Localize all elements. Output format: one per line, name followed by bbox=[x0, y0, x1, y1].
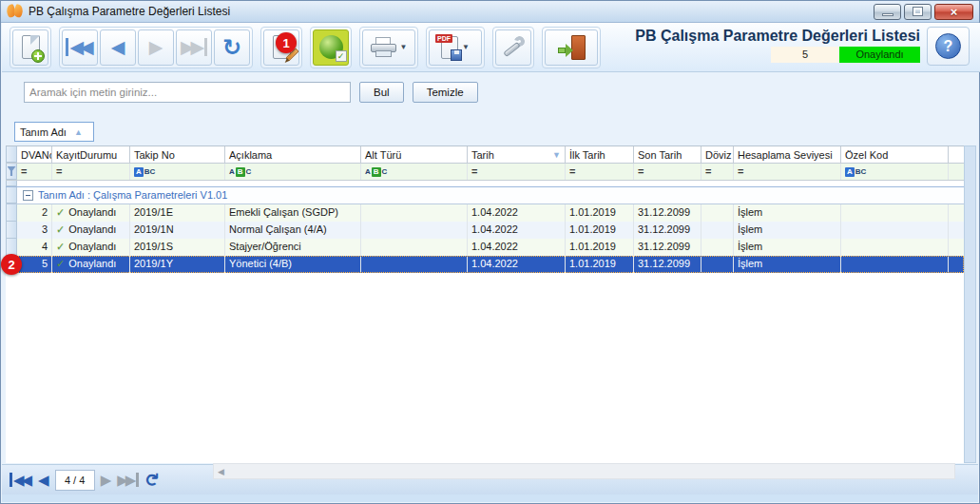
globe-icon: ✓ bbox=[319, 35, 343, 59]
table-row[interactable]: 2 ✓Onaylandı 2019/1E Emekli Çalışan (SGD… bbox=[6, 204, 964, 222]
filter-ilktarih[interactable]: = bbox=[566, 164, 634, 180]
cell-ozelkod bbox=[841, 204, 949, 222]
pager-first-button[interactable]: ◀◀ bbox=[10, 473, 32, 487]
column-header-altturu[interactable]: Alt Türü bbox=[361, 146, 468, 163]
search-input[interactable] bbox=[24, 82, 351, 103]
last-record-button[interactable]: ▶▶ bbox=[176, 29, 212, 66]
filter-altturu[interactable]: ABC bbox=[361, 164, 468, 180]
cell-hesaplama: İşlem bbox=[734, 222, 841, 239]
filter-dvano[interactable]: = bbox=[17, 164, 52, 180]
refresh-button[interactable]: ↻ bbox=[214, 29, 250, 66]
cell-dvano: 2 bbox=[17, 204, 52, 222]
column-header-dvano[interactable]: DVANo bbox=[17, 146, 52, 163]
column-header-hesaplamaseviyesi[interactable]: Hesaplama Seviyesi bbox=[734, 146, 841, 163]
export-pdf-button[interactable]: PDF ▼ bbox=[429, 29, 482, 66]
cell-ozelkod bbox=[841, 222, 949, 239]
app-window: PB Çalışma Parametre Değerleri Listesi ×… bbox=[0, 0, 980, 504]
group-indicator-cell bbox=[6, 187, 17, 204]
cell-kayitdurumu: ✓Onaylandı bbox=[52, 256, 130, 273]
grid-filter-row: = = ABC ABC ABC = = = = = ABC bbox=[6, 164, 964, 181]
cell-dvano: 3 bbox=[17, 222, 52, 239]
filter-funnel-icon bbox=[8, 166, 16, 176]
print-button[interactable]: ▼ bbox=[362, 29, 415, 66]
first-record-icon: ◀◀ bbox=[66, 38, 93, 56]
scroll-left-icon[interactable]: ◀ bbox=[218, 467, 224, 476]
filter-doviz[interactable]: = bbox=[701, 164, 734, 180]
cell-hesaplama: İşlem bbox=[734, 204, 841, 222]
cell-tarih: 1.04.2022 bbox=[468, 239, 566, 256]
pager-refresh-icon[interactable]: ↻ bbox=[144, 473, 162, 488]
column-header-ozelkod[interactable]: Özel Kod bbox=[841, 146, 949, 163]
startswith-filter-icon: A bbox=[134, 167, 144, 177]
row-indicator-cell[interactable] bbox=[6, 204, 17, 222]
column-header-aciklama[interactable]: Açıklama bbox=[225, 146, 361, 163]
print-dropdown-icon[interactable]: ▼ bbox=[400, 43, 408, 51]
column-header-kayitdurumu[interactable]: KayıtDurumu bbox=[52, 146, 130, 163]
refresh-icon: ↻ bbox=[222, 36, 241, 59]
pager-next-button[interactable]: ▶ bbox=[101, 473, 112, 487]
filter-tarih[interactable]: = bbox=[468, 164, 566, 180]
contains-filter-icon: B bbox=[372, 167, 381, 177]
approved-check-icon: ✓ bbox=[56, 258, 65, 269]
cell-aciklama: Yönetici (4/B) bbox=[225, 256, 361, 273]
column-header-takipno[interactable]: Takip No bbox=[130, 146, 225, 163]
help-button[interactable]: ? bbox=[927, 27, 970, 66]
filter-hesaplamaseviyesi[interactable]: = bbox=[734, 164, 841, 180]
cell-aciklama: Normal Çalışan (4/A) bbox=[225, 222, 361, 239]
table-row[interactable]: 3 ✓Onaylandı 2019/1N Normal Çalışan (4/A… bbox=[6, 222, 964, 239]
cell-ilktarih: 1.01.2019 bbox=[566, 222, 634, 239]
column-header-sontarih[interactable]: Son Tarih bbox=[634, 146, 701, 163]
equals-filter-icon: = bbox=[569, 164, 575, 180]
vertical-scrollbar[interactable] bbox=[964, 145, 976, 463]
first-record-button[interactable]: ◀◀ bbox=[62, 29, 98, 66]
export-dropdown-icon[interactable]: ▼ bbox=[462, 43, 470, 51]
record-number-box: 5 bbox=[771, 47, 839, 63]
data-grid: DVANo KayıtDurumu Takip No Açıklama Alt … bbox=[6, 145, 964, 463]
column-header-doviz[interactable]: Döviz bbox=[701, 146, 734, 163]
filter-aciklama[interactable]: ABC bbox=[225, 164, 361, 180]
previous-record-icon: ◀ bbox=[111, 38, 125, 56]
collapse-icon[interactable] bbox=[23, 190, 33, 201]
filter-takipno[interactable]: ABC bbox=[130, 164, 225, 180]
filter-ozelkod[interactable]: ABC bbox=[841, 164, 949, 180]
column-header-ilktarih[interactable]: İlk Tarih bbox=[566, 146, 634, 163]
group-by-tab[interactable]: Tanım Adı ▲ bbox=[14, 122, 94, 142]
find-button[interactable]: Bul bbox=[359, 82, 404, 103]
pager-last-button[interactable]: ▶▶ bbox=[117, 473, 139, 487]
app-logo-icon bbox=[7, 5, 23, 19]
next-record-button[interactable]: ▶ bbox=[138, 29, 174, 66]
form-header: PB Çalışma Parametre Değerleri Listesi 5… bbox=[521, 28, 920, 63]
record-pager: ◀◀ ◀ 4 / 4 ▶ ▶▶ ↻ ◀ bbox=[2, 464, 978, 494]
cell-ilktarih: 1.01.2019 bbox=[566, 256, 634, 273]
cell-hesaplama: İşlem bbox=[734, 239, 841, 256]
cell-takipno: 2019/1S bbox=[130, 239, 225, 256]
new-record-button[interactable] bbox=[12, 29, 48, 66]
cell-dvano: 5 bbox=[17, 256, 52, 273]
table-row[interactable]: 4 ✓Onaylandı 2019/1S Stajyer/Öğrenci 1.0… bbox=[6, 239, 964, 256]
close-button[interactable]: × bbox=[934, 4, 973, 20]
filter-sontarih[interactable]: = bbox=[634, 164, 701, 180]
pager-previous-button[interactable]: ◀ bbox=[38, 473, 49, 487]
minimize-icon bbox=[882, 13, 894, 16]
row-indicator-cell[interactable] bbox=[6, 222, 17, 239]
cell-takipno: 2019/1N bbox=[130, 222, 225, 239]
group-row[interactable]: Tanım Adı : Çalışma Parametreleri V1.01 bbox=[6, 187, 964, 204]
filter-kayitdurumu[interactable]: = bbox=[52, 164, 130, 180]
minimize-button[interactable] bbox=[874, 4, 901, 20]
contains-filter-icon: B bbox=[236, 167, 245, 177]
cell-ilktarih: 1.01.2019 bbox=[566, 239, 634, 256]
horizontal-scrollbar[interactable]: ◀ bbox=[213, 463, 955, 479]
next-record-icon: ▶ bbox=[149, 38, 163, 56]
table-row-selected[interactable]: 5 ✓Onaylandı 2019/1Y Yönetici (4/B) 1.04… bbox=[6, 256, 964, 273]
cell-altturu bbox=[361, 239, 468, 256]
help-icon: ? bbox=[935, 33, 961, 59]
clear-button[interactable]: Temizle bbox=[413, 82, 478, 103]
equals-filter-icon: = bbox=[738, 164, 743, 180]
previous-record-button[interactable]: ◀ bbox=[100, 29, 136, 66]
cell-kayitdurumu: ✓Onaylandı bbox=[52, 222, 130, 239]
cell-ozelkod bbox=[841, 256, 949, 273]
approve-status-button[interactable]: ✓ bbox=[313, 29, 349, 66]
maximize-button[interactable] bbox=[904, 4, 932, 20]
group-label: Tanım Adı : Çalışma Parametreleri V1.01 bbox=[33, 187, 227, 204]
column-header-tarih[interactable]: Tarih▼ bbox=[468, 146, 566, 163]
